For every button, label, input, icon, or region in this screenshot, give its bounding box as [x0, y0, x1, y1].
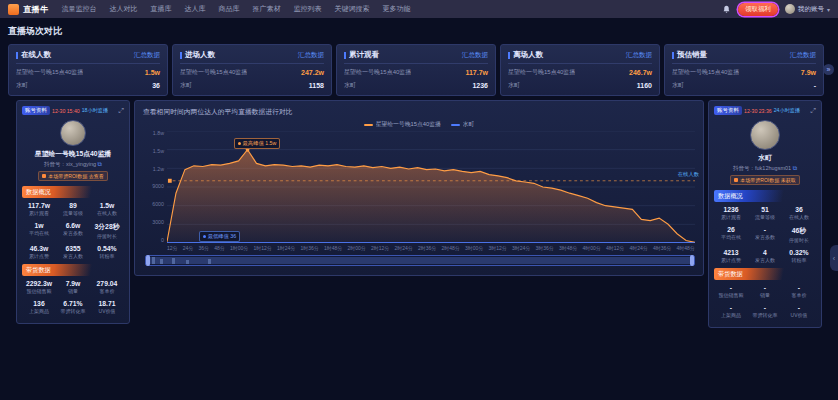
plot-area[interactable]: 最高峰值 1.5w 最低峰值 36 在线人数	[167, 131, 695, 243]
nav-menu-item[interactable]: 监控列表	[294, 4, 322, 14]
mini-bar	[186, 260, 189, 264]
stat-value: 0.32%	[782, 249, 816, 256]
stat-label: 流量等级	[56, 210, 90, 216]
title-accent-bar	[344, 52, 346, 59]
card-summary-link[interactable]: 汇总数据	[134, 51, 160, 60]
title-accent-bar	[672, 52, 674, 59]
streamer-avatar[interactable]	[750, 120, 780, 150]
badge-icon	[734, 178, 738, 182]
card-title: 在线人数	[16, 50, 51, 60]
stat-label: 在线人数	[90, 210, 124, 216]
stat-value: -	[714, 304, 748, 311]
mini-bar	[208, 259, 211, 264]
nav-menu-item[interactable]: 达人库	[185, 4, 206, 14]
stat-label: 累计点赞	[714, 257, 748, 263]
notification-bell-icon[interactable]	[722, 5, 731, 14]
stat-cell: 136 上架商品	[22, 300, 56, 314]
streamer-name: 星望绘一号晚15点40监播	[22, 149, 124, 159]
account2-value: 1158	[309, 82, 324, 89]
x-axis-tick: 4时12分	[606, 245, 624, 251]
copy-icon[interactable]: ⧉	[793, 165, 797, 171]
vip-promo-button[interactable]: 领取福利	[738, 3, 778, 16]
low-annotation: 最低峰值 36	[199, 231, 241, 242]
chevron-down-icon: ▾	[827, 6, 830, 13]
nav-menu-item[interactable]: 更多功能	[383, 4, 411, 14]
legend-item[interactable]: 星望绘一号晚15点40监播	[364, 120, 441, 129]
stat-value: 117.7w	[22, 202, 56, 209]
cards-expand-button[interactable]: »	[823, 64, 834, 75]
x-axis-tick: 48分	[214, 245, 225, 251]
account2-value: 1160	[637, 82, 652, 89]
y-axis-name: 在线人数	[678, 171, 699, 178]
account2-name: 水町	[508, 81, 520, 90]
roi-badge[interactable]: 本场带货ROI数据 去查看	[38, 171, 107, 181]
stat-value: 46.3w	[22, 245, 56, 252]
panel-header: 账号资料 12-30 15:40 18小时监播 ⤢	[22, 106, 124, 115]
app-root: 直播牛 流量监控台达人对比直播库达人库商品库推广素材监控列表关键词搜索更多功能 …	[0, 0, 838, 400]
panel-expand-icon[interactable]: ⤢	[810, 107, 816, 115]
panel-expand-icon[interactable]: ⤢	[118, 107, 124, 115]
summary-card: 离场人数 汇总数据 星望绘一号晚15点40监播 246.7w 水町 1160	[500, 44, 660, 96]
stat-label: UV价值	[782, 312, 816, 318]
panel-duration: 18小时监播	[82, 107, 109, 114]
stat-cell: 1236 累计观看	[714, 206, 748, 220]
account1-value: 1.5w	[145, 69, 160, 76]
stat-value: 26	[714, 226, 748, 233]
card-summary-link[interactable]: 汇总数据	[462, 51, 488, 60]
stat-label: 销量	[748, 292, 782, 298]
roi-badge[interactable]: 本场带货ROI数据 未获取	[730, 175, 799, 185]
nav-menu-item[interactable]: 推广素材	[253, 4, 281, 14]
legend-item[interactable]: 水町	[451, 120, 475, 129]
stat-label: 累计观看	[714, 214, 748, 220]
nav-menu-item[interactable]: 商品库	[219, 4, 240, 14]
nav-menu-item[interactable]: 达人对比	[110, 4, 138, 14]
panel-header: 账号资料 12-30 23:36 24小时监播 ⤢	[714, 106, 816, 115]
stat-cell: - 发言条数	[748, 226, 782, 243]
stat-label: 流量等级	[748, 214, 782, 220]
sales-stats: 2292.3w 预估销售额 7.9w 销量 279.04 客单价	[22, 280, 124, 314]
title-accent-bar	[508, 52, 510, 59]
panel-header-title: 账号资料	[714, 106, 742, 115]
peak-dot-icon	[238, 142, 241, 145]
copy-icon[interactable]: ⧉	[98, 161, 102, 167]
zoom-handle-left[interactable]	[146, 255, 150, 266]
card-summary-link[interactable]: 汇总数据	[298, 51, 324, 60]
main-row: 账号资料 12-30 15:40 18小时监播 ⤢ 星望绘一号晚15点40监播 …	[8, 96, 830, 328]
chart-body: 1.8w1.5w1.2w9000600030000	[143, 131, 695, 243]
card-summary-link[interactable]: 汇总数据	[626, 51, 652, 60]
stat-cell: 3分28秒 停留时长	[90, 222, 124, 239]
data-zoom-window[interactable]	[149, 257, 691, 264]
app-logo[interactable]: 直播牛	[8, 4, 49, 15]
x-axis-tick: 4时36分	[653, 245, 671, 251]
mini-bar	[160, 259, 163, 264]
nav-menu-item[interactable]: 直播库	[151, 4, 172, 14]
stat-cell: 26 平均在线	[714, 226, 748, 243]
x-axis-tick: 36分	[198, 245, 209, 251]
navbar-right: 领取福利 我的账号 ▾	[722, 3, 830, 16]
zoom-handle-right[interactable]	[690, 255, 694, 266]
card-row-account2: 水町 36	[16, 81, 160, 90]
data-zoom-slider[interactable]	[145, 255, 695, 266]
stat-value: -	[782, 284, 816, 291]
account2-name: 水町	[16, 81, 28, 90]
account1-value: 117.7w	[465, 69, 488, 76]
streamer-avatar[interactable]	[60, 120, 86, 146]
user-menu[interactable]: 我的账号 ▾	[785, 4, 830, 14]
nav-menu-item[interactable]: 流量监控台	[62, 4, 97, 14]
card-summary-link[interactable]: 汇总数据	[790, 51, 816, 60]
drawer-collapse-handle[interactable]: ‹	[830, 245, 838, 271]
card-row-account1: 星望绘一号晚15点40监播 1.5w	[16, 68, 160, 77]
stat-cell: 36 在线人数	[782, 206, 816, 220]
nav-menu-item[interactable]: 关键词搜索	[335, 4, 370, 14]
stat-label: 发言人数	[748, 257, 782, 263]
title-accent-bar	[16, 52, 18, 59]
x-axis-tick: 24分	[183, 245, 194, 251]
account1-name: 星望绘一号晚15点40监播	[180, 68, 247, 77]
stat-cell: 279.04 客单价	[90, 280, 124, 294]
stat-cell: 89 流量等级	[56, 202, 90, 216]
badge-icon	[42, 174, 46, 178]
streamer-douyin-id: 抖音号：xix_yingying ⧉	[22, 161, 124, 168]
chart-description: 查看相同时间内两位达人的平均直播数据进行对比	[143, 107, 695, 117]
stat-cell: - UV价值	[782, 304, 816, 318]
account2-value: 36	[152, 82, 160, 89]
